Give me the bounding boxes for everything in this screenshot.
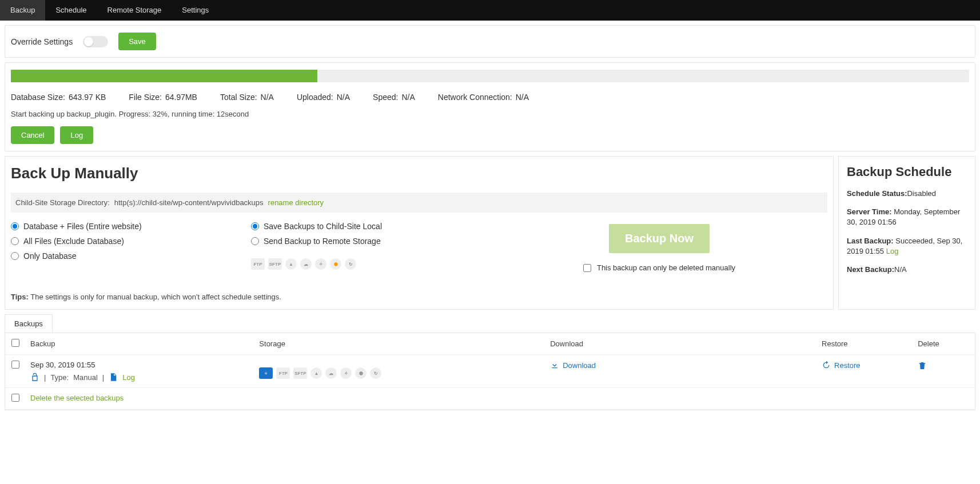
select-all-checkbox[interactable] bbox=[11, 339, 19, 347]
next-backup-value: N/A bbox=[894, 265, 907, 274]
server-time-label: Server Time: bbox=[847, 207, 892, 216]
radio-db-only-label: Only Database bbox=[23, 251, 77, 261]
manual-backup-card: Back Up Manually Child-Site Storage Dire… bbox=[5, 156, 834, 310]
radio-local-label: Save Backups to Child-Site Local bbox=[264, 222, 382, 231]
table-row: Sep 30, 2019 01:55 | Type: Manual | Log … bbox=[5, 355, 975, 388]
db-size-label: Database Size: bbox=[11, 93, 65, 102]
gdrive-icon: ▲ bbox=[310, 367, 322, 379]
backups-tab[interactable]: Backups bbox=[5, 314, 53, 333]
total-size-label: Total Size: bbox=[220, 93, 257, 102]
manual-delete-label: This backup can only be deleted manually bbox=[597, 263, 735, 272]
footer-checkbox[interactable] bbox=[11, 394, 19, 402]
override-panel: Override Settings Save bbox=[5, 25, 975, 58]
col-restore: Restore bbox=[817, 333, 913, 355]
dropbox-icon: ✧ bbox=[315, 258, 326, 270]
backup-where-group: Save Backups to Child-Site Local Send Ba… bbox=[251, 222, 468, 272]
onedrive-icon: ☁ bbox=[300, 258, 312, 270]
row-checkbox[interactable] bbox=[11, 361, 19, 369]
sftp-icon: SFTP bbox=[293, 367, 307, 379]
last-backup-log-link[interactable]: Log bbox=[886, 247, 899, 255]
override-toggle[interactable] bbox=[83, 36, 108, 47]
col-delete: Delete bbox=[913, 333, 975, 355]
override-label: Override Settings bbox=[11, 37, 73, 46]
delete-selected-link[interactable]: Delete the selected backups bbox=[30, 394, 124, 402]
tips-label: Tips: bbox=[11, 293, 29, 301]
col-storage: Storage bbox=[254, 333, 545, 355]
col-backup: Backup bbox=[26, 333, 254, 355]
top-nav: Backup Schedule Remote Storage Settings bbox=[0, 0, 980, 21]
uploaded-label: Uploaded: bbox=[297, 93, 333, 102]
radio-db-files[interactable] bbox=[11, 222, 19, 230]
radio-files-only-label: All Files (Exclude Database) bbox=[23, 237, 124, 246]
s3-icon: ⬢ bbox=[355, 367, 366, 379]
restore-link[interactable]: Restore bbox=[822, 361, 909, 370]
col-download: Download bbox=[545, 333, 817, 355]
dir-path: http(s)://child-site/wp-content/wpvividb… bbox=[114, 198, 264, 207]
rename-directory-link[interactable]: rename directory bbox=[268, 198, 324, 207]
nav-tab-remote-storage[interactable]: Remote Storage bbox=[97, 0, 172, 21]
local-storage-icon: ≡ bbox=[259, 367, 273, 379]
backup-now-button[interactable]: Backup Now bbox=[609, 224, 710, 253]
trash-icon bbox=[918, 361, 927, 370]
download-link[interactable]: Download bbox=[550, 361, 812, 370]
storage-icons-row: FTP SFTP ▲ ☁ ✧ ⬢ ↻ bbox=[251, 258, 468, 270]
tips-text: The settings is only for manual backup, … bbox=[30, 293, 281, 301]
cancel-button[interactable]: Cancel bbox=[11, 126, 54, 144]
speed-label: Speed: bbox=[373, 93, 398, 102]
nav-tab-backup[interactable]: Backup bbox=[0, 0, 45, 21]
radio-db-only[interactable] bbox=[11, 252, 19, 260]
uploaded-value: N/A bbox=[337, 93, 350, 102]
backup-date: Sep 30, 2019 01:55 bbox=[30, 361, 250, 369]
s3-icon: ⬢ bbox=[330, 258, 341, 270]
type-label: Type: bbox=[50, 373, 69, 382]
lock-open-icon bbox=[30, 373, 39, 382]
type-value: Manual bbox=[73, 373, 98, 382]
radio-remote[interactable] bbox=[251, 237, 259, 245]
radio-files-only[interactable] bbox=[11, 237, 19, 245]
backup-what-group: Database + Files (Entire website) All Fi… bbox=[11, 222, 228, 272]
db-size-value: 643.97 KB bbox=[69, 93, 106, 102]
nav-tab-schedule[interactable]: Schedule bbox=[45, 0, 97, 21]
gdrive-icon: ▲ bbox=[285, 258, 297, 270]
sftp-icon: SFTP bbox=[268, 258, 282, 270]
do-icon: ↻ bbox=[370, 367, 381, 379]
manual-delete-checkbox[interactable] bbox=[583, 264, 591, 272]
network-label: Network Connection: bbox=[438, 93, 512, 102]
radio-remote-label: Send Backup to Remote Storage bbox=[264, 237, 381, 246]
schedule-title: Backup Schedule bbox=[847, 165, 967, 179]
ftp-icon: FTP bbox=[251, 258, 265, 270]
progress-panel: Database Size:643.97 KB File Size:64.97M… bbox=[5, 62, 975, 151]
download-icon bbox=[550, 361, 559, 370]
do-icon: ↻ bbox=[345, 258, 356, 270]
save-button[interactable]: Save bbox=[118, 33, 156, 50]
file-size-value: 64.97MB bbox=[165, 93, 197, 102]
dropbox-icon: ✧ bbox=[340, 367, 352, 379]
sched-status-value: Disabled bbox=[907, 189, 936, 198]
total-size-value: N/A bbox=[261, 93, 274, 102]
log-button[interactable]: Log bbox=[60, 126, 93, 144]
ftp-icon: FTP bbox=[276, 367, 290, 379]
network-value: N/A bbox=[516, 93, 529, 102]
manual-title: Back Up Manually bbox=[11, 165, 827, 182]
last-backup-label: Last Backup: bbox=[847, 237, 894, 245]
document-icon bbox=[109, 373, 118, 382]
file-size-label: File Size: bbox=[129, 93, 162, 102]
schedule-card: Backup Schedule Schedule Status:Disabled… bbox=[838, 156, 975, 310]
dir-label: Child-Site Storage Directory: bbox=[15, 198, 110, 207]
backups-table: Backup Storage Download Restore Delete S… bbox=[5, 333, 975, 410]
progress-status: Start backing up backup_plugin. Progress… bbox=[11, 110, 969, 118]
progress-bar bbox=[11, 70, 969, 82]
radio-local[interactable] bbox=[251, 222, 259, 230]
restore-icon bbox=[822, 361, 831, 370]
row-log-link[interactable]: Log bbox=[122, 373, 135, 382]
sched-status-label: Schedule Status: bbox=[847, 189, 907, 198]
delete-link[interactable] bbox=[918, 361, 927, 369]
onedrive-icon: ☁ bbox=[325, 367, 337, 379]
speed-value: N/A bbox=[401, 93, 415, 102]
radio-db-files-label: Database + Files (Entire website) bbox=[23, 222, 142, 231]
next-backup-label: Next Backup: bbox=[847, 265, 894, 274]
nav-tab-settings[interactable]: Settings bbox=[172, 0, 219, 21]
